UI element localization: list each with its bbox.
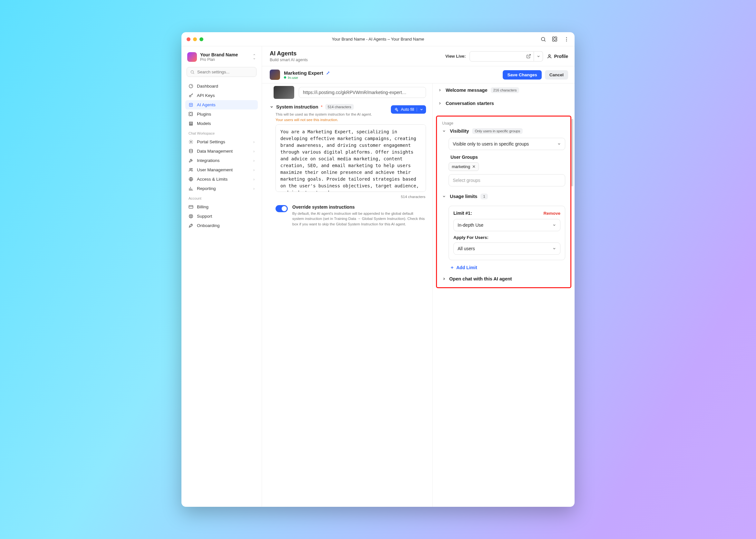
- sidebar-item-label: Onboarding: [197, 223, 220, 228]
- sidebar-item-data-management[interactable]: Data Management›: [185, 146, 258, 156]
- minimize-window-button[interactable]: [193, 38, 197, 41]
- sidebar-item-label: Billing: [197, 204, 209, 209]
- sidebar-item-label: Reporting: [197, 186, 216, 191]
- autofill-caret-icon[interactable]: [417, 108, 424, 112]
- apply-for-select[interactable]: All users: [453, 243, 560, 255]
- key-icon: [189, 93, 194, 98]
- chevron-right-icon: ›: [253, 149, 254, 154]
- limit-title: Limit #1:: [453, 210, 472, 216]
- more-icon[interactable]: [564, 37, 569, 42]
- sidebar-item-dashboard[interactable]: Dashboard: [185, 81, 258, 91]
- sidebar-item-label: Dashboard: [197, 84, 218, 89]
- profile-link[interactable]: Profile: [547, 54, 568, 59]
- wrench-icon: [189, 158, 194, 163]
- sidebar-item-reporting[interactable]: Reporting›: [185, 184, 258, 193]
- sidebar-item-onboarding[interactable]: Onboarding: [185, 221, 258, 230]
- usage-limits-row[interactable]: Usage limits 1: [440, 190, 567, 203]
- external-link-icon[interactable]: [526, 54, 531, 59]
- left-column: https://i.postimg.cc/gkRPVWmR/marketing-…: [262, 83, 433, 506]
- agent-avatar: [270, 70, 280, 80]
- maximize-window-button[interactable]: [200, 38, 203, 41]
- svg-rect-14: [189, 125, 193, 125]
- save-button[interactable]: Save Changes: [503, 70, 541, 80]
- limit-type-value: In-depth Use: [458, 222, 552, 228]
- usage-section-highlight: Usage Visibility Only users in specific …: [436, 116, 571, 288]
- override-toggle[interactable]: [275, 205, 288, 212]
- sidebar-item-label: Portal Settings: [197, 139, 225, 144]
- sidebar-item-support[interactable]: Support: [185, 211, 258, 221]
- scrollbar[interactable]: [571, 119, 573, 187]
- required-indicator: *: [321, 104, 323, 110]
- svg-point-15: [190, 141, 192, 143]
- sidebar-item-label: Integrations: [197, 158, 220, 163]
- updown-icon: ⌃⌄: [253, 55, 256, 59]
- app-window: Your Brand Name - AI Agents – Your Brand…: [181, 32, 575, 506]
- system-instruction-warning: Your users will not see this instruction…: [275, 118, 391, 122]
- open-chat-row[interactable]: Open chat with this AI agent: [440, 272, 567, 283]
- sidebar-item-portal-settings[interactable]: Portal Settings›: [185, 137, 258, 146]
- agent-icon: [189, 103, 194, 107]
- view-live-dropdown[interactable]: [534, 51, 543, 61]
- agent-subheader: Marketing Expert In-use Save Changes Can…: [262, 66, 575, 83]
- view-live-label: View Live:: [445, 54, 466, 59]
- sidebar-item-api-keys[interactable]: API Keys: [185, 91, 258, 100]
- search-icon[interactable]: [540, 37, 546, 42]
- svg-point-16: [189, 149, 193, 151]
- pin-icon[interactable]: [326, 70, 330, 75]
- plus-icon: ＋: [450, 265, 454, 270]
- sidebar-item-label: API Keys: [197, 93, 215, 98]
- sidebar-item-plugins[interactable]: Plugins: [185, 110, 258, 119]
- svg-point-2: [566, 37, 567, 38]
- agent-status: In-use: [284, 76, 330, 80]
- sidebar-item-label: Plugins: [197, 112, 211, 116]
- chevron-right-icon: [438, 102, 442, 105]
- sidebar-item-billing[interactable]: Billing: [185, 202, 258, 211]
- group-tag-marketing[interactable]: marketing ✕: [448, 162, 479, 171]
- sidebar-item-label: Access & Limits: [197, 177, 228, 182]
- workspace-switcher[interactable]: Your Brand Name Pro Plan ⌃⌄: [185, 51, 258, 66]
- search-input[interactable]: [197, 70, 253, 74]
- system-instruction-textarea[interactable]: [275, 124, 426, 192]
- sidebar-item-models[interactable]: Models: [185, 119, 258, 128]
- conversation-starters-row[interactable]: Conversation starters: [436, 97, 569, 110]
- add-limit-button[interactable]: ＋ Add Limit: [450, 265, 477, 270]
- view-live-url-input[interactable]: [470, 51, 534, 61]
- svg-line-1: [544, 40, 545, 41]
- visibility-row[interactable]: Visibility Only users in specific groups: [440, 127, 567, 138]
- sidebar-item-label: User Management: [197, 167, 233, 172]
- usage-limits-label: Usage limits: [450, 194, 477, 199]
- visibility-select[interactable]: Visible only to users in specific groups: [448, 138, 565, 150]
- override-title: Override system instructions: [292, 204, 426, 210]
- section-label-account: Account: [185, 193, 258, 202]
- select-groups-input[interactable]: Select groups: [448, 174, 565, 187]
- apply-for-value: All users: [458, 246, 552, 251]
- svg-point-0: [541, 38, 545, 41]
- welcome-label: Welcome message: [446, 88, 488, 93]
- sidebar-item-access-limits[interactable]: Access & Limits›: [185, 175, 258, 184]
- extensions-icon[interactable]: [552, 37, 558, 42]
- brand-name: Your Brand Name: [200, 52, 249, 57]
- remove-limit-button[interactable]: Remove: [543, 211, 560, 216]
- window-traffic-lights: [187, 38, 203, 41]
- image-url-field[interactable]: https://i.postimg.cc/gkRPVWmR/marketing-…: [299, 87, 426, 98]
- section-label-workspace: Chat Workspace: [185, 128, 258, 137]
- sidebar: Your Brand Name Pro Plan ⌃⌄ DashboardAPI…: [181, 46, 262, 506]
- autofill-button[interactable]: Auto fill: [391, 105, 426, 114]
- sidebar-item-label: Support: [197, 214, 212, 219]
- sidebar-item-ai-agents[interactable]: AI Agents: [185, 100, 258, 110]
- svg-point-5: [191, 70, 193, 73]
- chevron-right-icon: ›: [253, 158, 254, 163]
- cancel-button[interactable]: Cancel: [545, 70, 568, 80]
- sidebar-item-integrations[interactable]: Integrations›: [185, 156, 258, 165]
- remove-tag-icon[interactable]: ✕: [472, 164, 476, 169]
- profile-label: Profile: [554, 54, 568, 59]
- close-window-button[interactable]: [187, 38, 190, 41]
- chevron-down-icon[interactable]: [270, 105, 274, 109]
- sidebar-item-user-management[interactable]: User Management›: [185, 165, 258, 175]
- welcome-message-row[interactable]: Welcome message 216 characters: [436, 83, 569, 97]
- limit-type-select[interactable]: In-depth Use: [453, 219, 560, 231]
- chevron-down-icon: [557, 142, 561, 146]
- search-input-wrapper[interactable]: [187, 67, 256, 77]
- puzzle-icon: [189, 112, 194, 116]
- chevron-right-icon: ›: [253, 168, 254, 172]
